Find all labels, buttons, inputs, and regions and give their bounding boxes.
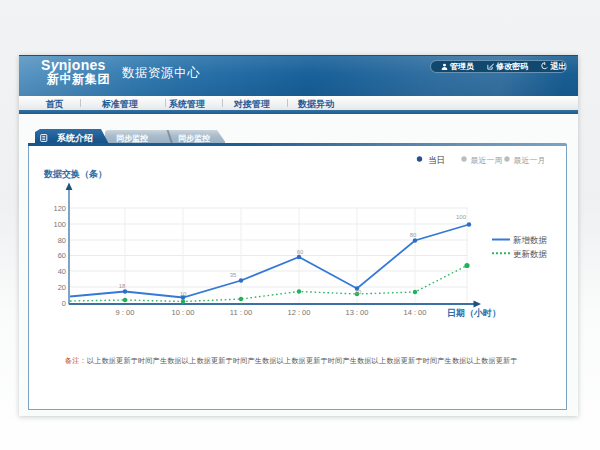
- svg-text:0: 0: [62, 299, 66, 308]
- svg-text:11 : 00: 11 : 00: [230, 308, 252, 317]
- svg-text:10 : 00: 10 : 00: [172, 308, 195, 317]
- svg-text:13 : 00: 13 : 00: [346, 308, 369, 317]
- svg-text:100: 100: [456, 214, 467, 220]
- svg-text:当日: 当日: [428, 155, 445, 165]
- svg-text:120: 120: [53, 204, 66, 213]
- svg-text:20: 20: [58, 283, 66, 292]
- svg-text:9 : 00: 9 : 00: [116, 308, 135, 317]
- svg-text:日期（小时）: 日期（小时）: [447, 308, 501, 318]
- svg-text:10: 10: [180, 291, 187, 297]
- svg-text:40: 40: [58, 267, 66, 276]
- svg-text:更新数据: 更新数据: [513, 249, 548, 259]
- svg-text:10: 10: [355, 289, 362, 295]
- svg-text:60: 60: [297, 249, 304, 255]
- svg-text:100: 100: [53, 220, 66, 229]
- svg-text:60: 60: [58, 251, 66, 260]
- svg-text:18: 18: [119, 283, 126, 289]
- svg-text:12 : 00: 12 : 00: [288, 308, 311, 317]
- svg-text:数据交换（条）: 数据交换（条）: [43, 169, 107, 179]
- svg-text:35: 35: [230, 272, 237, 278]
- svg-text:80: 80: [410, 232, 417, 238]
- svg-text:最近一月: 最近一月: [514, 156, 546, 165]
- svg-text:备注：以上数据更新于时间产生数据以上数据更新于时间产生数据以: 备注：以上数据更新于时间产生数据以上数据更新于时间产生数据以上数据更新于时间产生…: [65, 356, 518, 365]
- svg-text:80: 80: [58, 236, 66, 245]
- svg-text:最近一周: 最近一周: [471, 156, 503, 165]
- svg-text:新增数据: 新增数据: [513, 235, 548, 245]
- svg-text:14 : 00: 14 : 00: [404, 308, 427, 317]
